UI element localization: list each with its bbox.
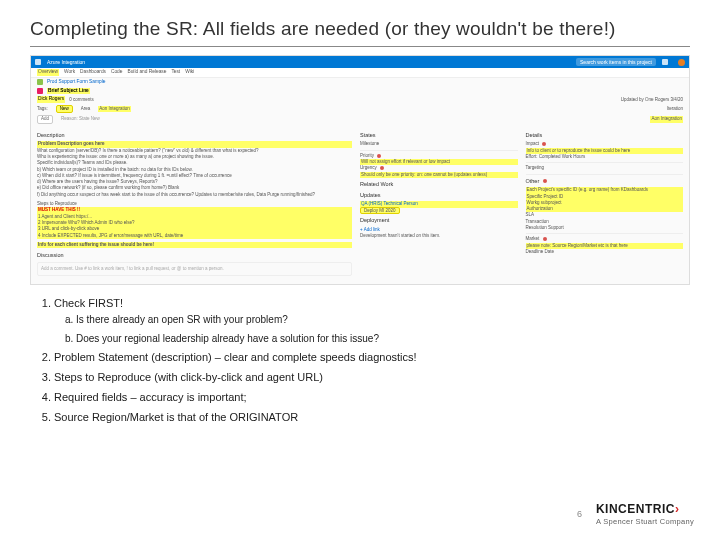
urgency-note: Should only be one priority: on: one can… [360,172,518,178]
page-number: 6 [577,509,582,519]
resolution-field[interactable]: Resolution Support [526,225,684,231]
brand-logo: KINCENTRIC› A Spencer Stuart Company [596,502,694,526]
note-4: Required fields – accuracy is important; [54,389,690,406]
state-reason: Reason: State New [61,116,100,122]
menu-code[interactable]: Code [111,69,122,76]
settings-icon[interactable] [662,59,668,65]
owner-row: Dick Rogers 0 comments Updated by One Ro… [31,95,689,104]
speaker-notes: Check FIRST! Is there already an open SR… [0,285,720,426]
description-heading: Description [37,132,352,140]
comments-count[interactable]: 0 comments [69,97,94,103]
screenshot: Azure Integration Search work items in t… [30,55,690,285]
iteration-updated: Updated by One Rogers 3/4/20 [621,97,683,103]
app-name: Azure Integration [47,59,85,66]
search-input[interactable]: Search work items in this project [576,58,656,66]
deployment-note: Development hasn't started on this item. [360,233,518,239]
required-dot-icon [377,154,381,158]
breadcrumb[interactable]: Prod Support Form Sample [47,79,105,86]
discussion-heading: Discussion [37,252,352,260]
owner[interactable]: Dick Rogers [37,96,65,103]
details-heading: Details [526,132,684,140]
required-dot-icon [542,142,546,146]
brand-sub: A Spencer Stuart Company [596,517,694,526]
deploy-badge: Deploy MI 2020 [360,207,400,214]
related-heading: Related Work [360,181,518,189]
search-placeholder: Search work items in this project [580,59,652,66]
slide-title: Completing the SR: All fields are needed… [30,18,690,47]
updates-heading: Updates [360,192,518,200]
required-dot-icon [543,179,547,183]
add-tag[interactable]: Add [37,115,53,123]
effort-field[interactable]: Effort: Completed Work Hours [526,154,684,160]
menu-work[interactable]: Work [64,69,75,76]
targeting-field[interactable]: Targeting [526,165,684,171]
menu-overview[interactable]: Overview [37,69,59,76]
states-heading: States [360,132,518,140]
deadline-field[interactable]: Deadline Date [526,249,684,255]
menu-build[interactable]: Build and Release [127,69,166,76]
footer: 6 KINCENTRIC› A Spencer Stuart Company [577,502,694,526]
title-row: Brief Subject Line [31,87,689,96]
discussion-input[interactable]: Add a comment. Use # to link a work item… [37,262,352,276]
menu-wiki[interactable]: Wiki [185,69,194,76]
step-line: 4 Include EXPECTED results, JPG of error… [37,233,352,239]
app-topbar: Azure Integration Search work items in t… [31,56,689,68]
iteration-value[interactable]: Aon Integration [650,116,683,122]
meta-row: Tags: New Area Aon Integration Iteration [31,104,689,114]
desc-line: f) Did anything occur suspect or has wee… [37,192,352,198]
menu-bar: Overview Work Dashboards Code Build and … [31,68,689,78]
note-5: Source Region/Market is that of the ORIG… [54,409,690,426]
menu-test[interactable]: Test [171,69,180,76]
note-3: Steps to Reproduce (with click-by-click … [54,369,690,386]
milestone-field[interactable]: Milestone [360,141,518,147]
required-dot-icon [543,237,547,241]
required-dot-icon [380,166,384,170]
workitem-icon [37,88,43,94]
brand-chevron-icon: › [675,502,680,516]
menu-dashboards[interactable]: Dashboards [80,69,106,76]
avatar[interactable] [678,59,685,66]
states-pane: States Milestone Priority Will not assig… [360,129,518,276]
note-1b: Does your regional leadership already ha… [76,331,690,347]
details-pane: Details Impact Info to client or to repr… [526,129,684,276]
meta-row2: Add Reason: State New Aon Integration [31,114,689,124]
desc-footer: Info for each client suffering the issue… [37,242,352,248]
ticket-title[interactable]: Brief Subject Line [47,88,90,95]
project-icon [37,79,43,85]
state-badge[interactable]: New [56,105,73,113]
note-1a: Is there already an open SR with your pr… [76,312,690,328]
iteration-label: Iteration [667,106,683,112]
area-value[interactable]: Aon Integration [98,106,131,112]
azure-icon [35,59,41,65]
area-label: Area [81,106,91,112]
note-1: Check FIRST! Is there already an open SR… [54,295,690,346]
breadcrumb-row: Prod Support Form Sample [31,78,689,87]
deployment-heading: Deployment [360,217,518,225]
description-pane: Description Problem Description goes her… [37,129,352,276]
note-2: Problem Statement (description) – clear … [54,349,690,366]
other-heading: Other [526,178,684,186]
tags-label: Tags: [37,106,48,112]
